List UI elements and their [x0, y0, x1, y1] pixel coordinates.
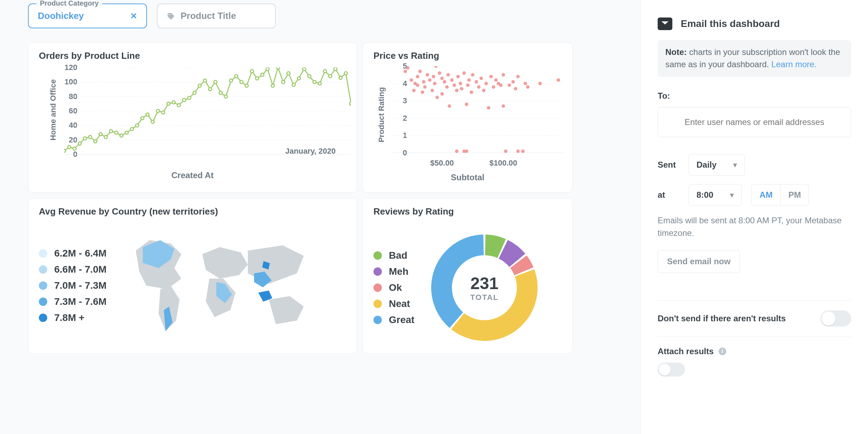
filter-product-category[interactable]: Product Category Doohickey ✕ [28, 4, 147, 28]
svg-point-89 [438, 71, 441, 75]
skip-empty-toggle[interactable] [820, 310, 851, 327]
svg-point-38 [219, 91, 222, 94]
svg-point-46 [261, 73, 264, 76]
scatter-chart[interactable] [393, 66, 565, 153]
svg-point-123 [514, 87, 517, 90]
svg-point-52 [292, 83, 295, 86]
pm-option[interactable]: PM [780, 184, 808, 205]
svg-point-76 [416, 75, 419, 78]
svg-point-19 [120, 134, 123, 137]
at-label: at [658, 190, 679, 200]
svg-point-134 [521, 149, 525, 153]
note-learn-more-link[interactable]: Learn more. [771, 59, 817, 69]
svg-point-44 [250, 70, 253, 73]
svg-point-72 [406, 66, 410, 70]
mail-icon [658, 18, 672, 30]
frequency-select[interactable]: Daily ▾ [688, 154, 745, 176]
legend-swatch [39, 314, 47, 322]
svg-point-79 [421, 90, 424, 94]
skip-empty-label: Don't send if there aren't results [658, 314, 786, 323]
info-icon[interactable]: i [719, 348, 726, 355]
orders-x-right-label: January, 2020 [285, 147, 336, 156]
donut-total-label: TOTAL [470, 293, 499, 302]
filters-bar: Product Category Doohickey ✕ Product Tit… [28, 4, 612, 28]
sent-label: Sent [658, 160, 679, 170]
svg-point-120 [502, 104, 505, 108]
map-legend: 6.2M - 6.4M6.6M - 7.0M7.0M - 7.3M7.3M - … [39, 248, 106, 323]
svg-point-111 [482, 89, 485, 92]
svg-point-73 [410, 78, 413, 82]
ampm-toggle[interactable]: AM PM [751, 184, 809, 206]
svg-point-13 [89, 135, 92, 139]
svg-point-125 [524, 82, 527, 85]
legend-swatch [39, 249, 47, 258]
svg-point-63 [350, 102, 351, 105]
legend-label: 7.3M - 7.6M [54, 296, 106, 307]
svg-point-116 [494, 78, 498, 82]
svg-point-28 [167, 102, 170, 105]
svg-point-128 [557, 78, 560, 82]
send-email-now-button[interactable]: Send email now [658, 250, 740, 273]
note-prefix: Note: [665, 47, 687, 57]
svg-point-93 [445, 85, 449, 89]
svg-point-102 [462, 71, 466, 75]
svg-point-131 [465, 149, 468, 153]
legend-label: 7.8M + [54, 312, 84, 323]
map-legend-item: 7.0M - 7.3M [39, 280, 106, 291]
svg-point-113 [487, 106, 490, 110]
svg-point-97 [453, 84, 456, 87]
svg-point-50 [282, 80, 285, 84]
orders-line-chart[interactable] [64, 68, 351, 154]
svg-point-27 [162, 111, 165, 114]
svg-point-105 [467, 78, 471, 82]
filter-category-clear-icon[interactable]: ✕ [130, 11, 137, 21]
svg-point-57 [318, 82, 321, 85]
subscription-sidebar: Email this dashboard Note: charts in you… [640, 0, 868, 434]
donut-legend-item: Ok [373, 282, 414, 293]
legend-label: Great [389, 314, 414, 326]
svg-point-85 [432, 75, 435, 78]
am-option[interactable]: AM [752, 184, 780, 205]
world-map[interactable] [118, 230, 314, 342]
svg-point-29 [172, 101, 175, 104]
legend-swatch [373, 284, 382, 292]
svg-point-100 [459, 82, 462, 85]
svg-point-121 [508, 84, 511, 87]
svg-point-22 [135, 124, 139, 127]
orders-title: Orders by Product Line [39, 50, 346, 61]
svg-point-25 [151, 120, 154, 124]
legend-label: 6.2M - 6.4M [54, 248, 106, 259]
filter-product-title[interactable]: Product Title [157, 4, 276, 28]
legend-swatch [39, 265, 47, 274]
map-title: Avg Revenue by Country (new territories) [39, 206, 346, 217]
svg-point-45 [255, 77, 259, 80]
svg-point-86 [433, 82, 436, 85]
svg-point-74 [412, 89, 416, 92]
svg-point-8 [64, 149, 66, 152]
xtick: $50.00 [430, 159, 454, 168]
svg-point-55 [308, 75, 311, 78]
svg-point-124 [516, 75, 520, 78]
svg-point-112 [484, 82, 488, 85]
svg-point-82 [426, 73, 429, 77]
svg-point-41 [235, 75, 238, 78]
svg-point-110 [479, 77, 483, 80]
attach-results-toggle[interactable] [658, 363, 685, 377]
time-value: 8:00 [696, 190, 713, 200]
svg-point-98 [455, 89, 458, 92]
scatter-ylabel: Product Rating [377, 88, 386, 143]
legend-swatch [39, 281, 47, 290]
svg-point-71 [404, 70, 407, 73]
donut-legend: BadMehOkNeatGreat [373, 250, 414, 326]
legend-swatch [373, 251, 382, 260]
time-select[interactable]: 8:00 ▾ [688, 184, 742, 206]
svg-point-96 [450, 78, 454, 82]
svg-point-30 [177, 104, 181, 107]
svg-point-84 [430, 89, 434, 92]
map-legend-item: 7.8M + [39, 312, 106, 323]
legend-label: 6.6M - 7.0M [54, 264, 106, 275]
legend-swatch [373, 316, 382, 324]
recipients-input[interactable] [658, 107, 851, 137]
donut-legend-item: Meh [373, 266, 414, 277]
svg-point-14 [94, 140, 97, 143]
